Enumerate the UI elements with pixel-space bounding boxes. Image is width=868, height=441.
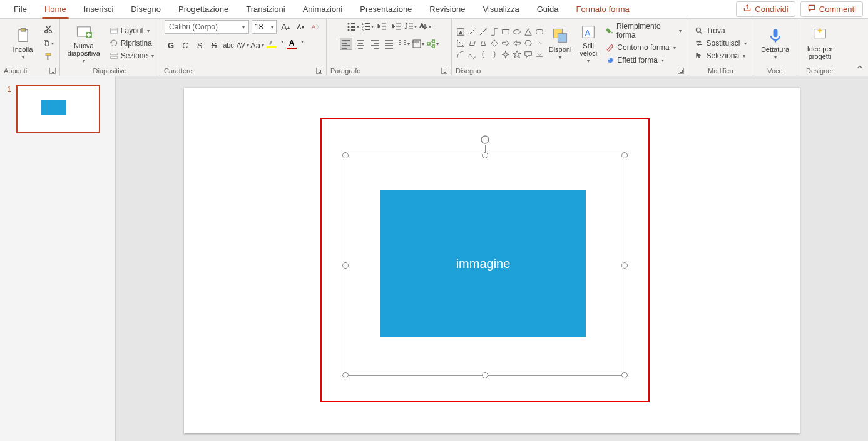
rotate-handle[interactable]: [479, 134, 491, 145]
tab-view[interactable]: Visualizza: [474, 0, 528, 19]
shape-parallelogram[interactable]: [467, 38, 477, 48]
shape-line[interactable]: [467, 27, 477, 37]
layout-button[interactable]: Layout▾: [107, 26, 156, 36]
drawing-dialog-launcher[interactable]: [678, 68, 684, 74]
clear-formatting-button[interactable]: A: [309, 21, 322, 33]
tab-draw[interactable]: Disegno: [122, 0, 170, 19]
dictate-button[interactable]: Dettatura▾: [758, 22, 792, 65]
resize-handle-bottom-mid[interactable]: [482, 372, 488, 378]
thumbnail-preview[interactable]: [16, 85, 100, 133]
tab-file[interactable]: File: [5, 0, 36, 19]
quick-styles-button[interactable]: A Stili veloci▾: [576, 22, 601, 65]
resize-handle-top-left[interactable]: [342, 152, 349, 158]
shape-fill-button[interactable]: Riempimento forma▾: [603, 21, 684, 40]
justify-button[interactable]: [383, 38, 396, 50]
tab-slideshow[interactable]: Presentazione: [351, 0, 421, 19]
align-left-button[interactable]: [340, 38, 352, 50]
shape-arrow-line[interactable]: [478, 27, 488, 37]
strike-button[interactable]: S: [208, 39, 220, 51]
shape-callout[interactable]: [523, 49, 533, 60]
shape-star4[interactable]: [501, 49, 511, 60]
shape-diamond[interactable]: [489, 38, 499, 48]
shape-textbox[interactable]: A: [456, 27, 466, 37]
bold-button[interactable]: G: [165, 39, 177, 51]
decrease-indent-button[interactable]: [375, 20, 388, 33]
text-direction-button[interactable]: A▾: [419, 20, 431, 33]
font-dialog-launcher[interactable]: [316, 68, 322, 74]
comments-button[interactable]: Commenti: [800, 1, 863, 17]
font-color-button[interactable]: A: [285, 39, 298, 51]
reset-button[interactable]: Ripristina: [107, 38, 156, 48]
share-button[interactable]: Condividi: [736, 1, 795, 17]
shape-star5[interactable]: [512, 49, 522, 60]
arrange-button[interactable]: Disponi▾: [547, 22, 573, 65]
shape-hexagon[interactable]: [523, 38, 533, 48]
shape-outline-button[interactable]: Contorno forma▾: [603, 43, 684, 53]
shape-triangle[interactable]: [523, 27, 533, 37]
paragraph-dialog-launcher[interactable]: [441, 68, 447, 74]
resize-handle-mid-left[interactable]: [342, 262, 349, 269]
tab-review[interactable]: Revisione: [421, 0, 474, 19]
shape-rounded-rect[interactable]: [534, 27, 544, 37]
format-painter-button[interactable]: [43, 51, 54, 63]
align-text-button[interactable]: ▾: [412, 38, 424, 50]
align-right-button[interactable]: [369, 38, 381, 50]
shape-arc[interactable]: [456, 49, 466, 60]
tab-transitions[interactable]: Transizioni: [237, 0, 294, 19]
design-ideas-button[interactable]: Idee per progetti: [803, 22, 837, 65]
decrease-font-button[interactable]: A▾: [294, 21, 307, 33]
font-name-combo[interactable]: Calibri (Corpo)▾: [165, 20, 249, 34]
smartart-button[interactable]: ▾: [426, 38, 439, 50]
shape-trapezoid[interactable]: [478, 38, 488, 48]
resize-handle-top-right[interactable]: [621, 152, 628, 158]
shape-right-triangle[interactable]: [456, 38, 466, 48]
replace-button[interactable]: Sostituisci▾: [692, 38, 748, 48]
underline-button[interactable]: S: [193, 39, 206, 51]
chevron-down-icon[interactable]: ▾: [301, 39, 304, 51]
line-spacing-button[interactable]: ▾: [404, 20, 417, 33]
shape-rectangle[interactable]: [501, 27, 511, 37]
columns-button[interactable]: ▾: [397, 38, 410, 50]
tab-design[interactable]: Progettazione: [170, 0, 237, 19]
paste-button[interactable]: Incolla ▾: [6, 22, 40, 65]
selection-box[interactable]: [345, 155, 625, 376]
shape-oval[interactable]: [512, 27, 522, 37]
cut-button[interactable]: [43, 24, 54, 35]
resize-handle-top-mid[interactable]: [482, 152, 488, 158]
resize-handle-mid-right[interactable]: [621, 262, 628, 269]
resize-handle-bottom-right[interactable]: [621, 372, 628, 378]
shapes-more[interactable]: [534, 49, 544, 60]
copy-button[interactable]: ▾: [43, 38, 54, 49]
align-center-button[interactable]: [354, 38, 367, 50]
resize-handle-bottom-left[interactable]: [342, 372, 349, 378]
highlight-color-button[interactable]: [265, 39, 278, 51]
new-slide-button[interactable]: Nuova diapositiva ▾: [63, 22, 105, 65]
increase-font-button[interactable]: A▴: [279, 21, 292, 33]
bullets-button[interactable]: ▾: [347, 20, 359, 33]
shapes-scroll-up[interactable]: [534, 38, 544, 48]
shape-brace-left[interactable]: [478, 49, 488, 60]
slide-thumbnails-pane[interactable]: 1: [0, 76, 116, 441]
collapse-ribbon-button[interactable]: [855, 63, 864, 73]
shape-curve[interactable]: [467, 49, 477, 60]
section-button[interactable]: Sezione▾: [107, 51, 156, 61]
shape-connector[interactable]: [489, 27, 499, 37]
shapes-gallery[interactable]: A: [456, 27, 544, 60]
char-spacing-button[interactable]: AV▾: [237, 39, 249, 51]
slide[interactable]: immagine: [184, 88, 800, 433]
chevron-down-icon[interactable]: ▾: [281, 39, 283, 51]
clipboard-dialog-launcher[interactable]: [49, 68, 56, 74]
select-button[interactable]: Seleziona▾: [692, 51, 748, 61]
tab-insert[interactable]: Inserisci: [75, 0, 123, 19]
find-button[interactable]: Trova: [692, 26, 748, 36]
font-size-combo[interactable]: 18▾: [252, 20, 277, 34]
numbering-button[interactable]: 123▾: [361, 20, 374, 33]
increase-indent-button[interactable]: [390, 20, 402, 33]
shape-effects-button[interactable]: Effetti forma▾: [603, 55, 684, 65]
tab-shape-format[interactable]: Formato forma: [567, 0, 638, 19]
tab-help[interactable]: Guida: [528, 0, 568, 19]
tab-animations[interactable]: Animazioni: [294, 0, 352, 19]
shape-brace-right[interactable]: [489, 49, 499, 60]
text-shadow-button[interactable]: abc: [222, 39, 235, 51]
shape-arrow-right[interactable]: [501, 38, 511, 48]
